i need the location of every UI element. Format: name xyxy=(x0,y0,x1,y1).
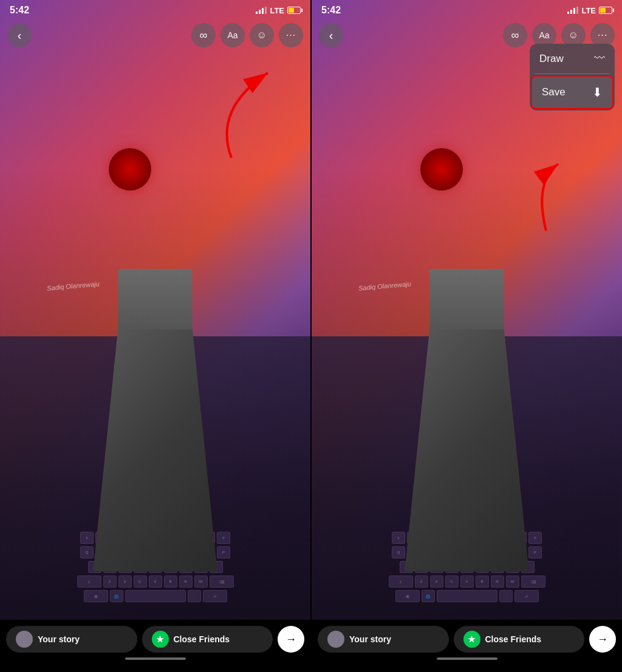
key: Z xyxy=(103,575,117,588)
draw-menu-item[interactable]: Draw 〰 xyxy=(530,44,615,73)
sticker-icon-right: ☺ xyxy=(569,30,578,41)
infinity-icon-left: ∞ xyxy=(200,29,208,42)
send-arrow-icon-left: → xyxy=(285,633,296,646)
key: ⇧ xyxy=(77,575,101,588)
key: X xyxy=(430,575,443,588)
left-screen: 1 2 3 4 5 6 7 8 9 0 Q W E R T Y xyxy=(0,0,310,672)
controls-bar-left: ‹ ∞ Aa ☺ ··· xyxy=(0,18,310,52)
close-friends-button-right[interactable]: ★ Close Friends xyxy=(454,626,585,653)
home-indicator-right xyxy=(437,657,497,660)
infinity-button-left[interactable]: ∞ xyxy=(191,23,216,47)
key: ⏎ xyxy=(514,590,539,602)
dropdown-divider xyxy=(535,73,610,74)
text-icon-left: Aa xyxy=(227,30,238,40)
key: . xyxy=(188,590,201,602)
sticker-icon-left: ☺ xyxy=(257,30,267,41)
lte-label-left: LTE xyxy=(270,6,284,15)
sticker-button-left[interactable]: ☺ xyxy=(250,23,274,47)
key: N xyxy=(179,575,193,588)
back-button-left[interactable]: ‹ xyxy=(7,23,32,47)
key: 0 xyxy=(217,532,230,544)
back-icon-left: ‹ xyxy=(18,29,22,42)
right-screen: 1 2 3 4 5 6 7 8 9 0 Q W E R T Y xyxy=(312,0,622,672)
rose-decoration-right xyxy=(420,148,463,191)
close-friends-label-left: Close Friends xyxy=(174,634,230,644)
key: P xyxy=(528,546,542,558)
key: ⌘ xyxy=(84,590,108,602)
status-bar-right: 5:42 LTE xyxy=(312,0,622,18)
signal-icon-left xyxy=(256,7,267,14)
draw-squiggle-icon: 〰 xyxy=(594,52,605,65)
key: B xyxy=(164,575,177,588)
phone-stand-left xyxy=(93,269,217,571)
close-friends-label-right: Close Friends xyxy=(485,634,542,644)
key: 🌐 xyxy=(422,590,435,602)
send-button-right[interactable]: → xyxy=(589,626,616,653)
key: ⏎ xyxy=(203,590,227,602)
star-icon-right: ★ xyxy=(463,631,480,648)
key: V xyxy=(460,575,474,588)
key: P xyxy=(217,546,230,558)
your-story-label-right: Your story xyxy=(349,634,391,644)
key: Q xyxy=(392,546,405,558)
key: Q xyxy=(80,546,94,558)
bottom-bar-right: Your story ★ Close Friends → xyxy=(312,620,622,672)
more-icon-right: ··· xyxy=(598,30,607,41)
avatar-left xyxy=(16,631,33,648)
more-icon-left: ··· xyxy=(286,30,296,41)
right-controls-left: ∞ Aa ☺ ··· xyxy=(191,23,303,47)
bottom-actions-left: Your story ★ Close Friends → xyxy=(6,626,304,653)
bottom-actions-right: Your story ★ Close Friends → xyxy=(318,626,616,653)
key: M xyxy=(506,575,519,588)
key: B xyxy=(476,575,489,588)
your-story-label-left: Your story xyxy=(38,634,80,644)
close-friends-button-left[interactable]: ★ Close Friends xyxy=(142,626,273,653)
key: N xyxy=(491,575,504,588)
key: 0 xyxy=(528,532,542,544)
text-button-left[interactable]: Aa xyxy=(220,23,245,47)
key: 🌐 xyxy=(110,590,123,602)
battery-icon-right xyxy=(599,7,612,14)
key: C xyxy=(134,575,147,588)
key: ⇧ xyxy=(389,575,413,588)
infinity-button-right[interactable]: ∞ xyxy=(503,23,527,47)
save-download-icon: ⬇ xyxy=(592,85,603,100)
spacebar-key xyxy=(437,590,497,602)
back-button-right[interactable]: ‹ xyxy=(319,23,343,47)
battery-icon-left xyxy=(287,7,301,14)
draw-label: Draw xyxy=(539,53,564,65)
status-right-left: LTE xyxy=(256,6,301,15)
send-button-left[interactable]: → xyxy=(278,626,304,653)
avatar-right xyxy=(327,631,344,648)
infinity-icon-right: ∞ xyxy=(511,29,519,42)
key: Z xyxy=(415,575,428,588)
send-arrow-icon-right: → xyxy=(597,633,608,646)
signal-icon-right xyxy=(567,7,578,14)
key: C xyxy=(445,575,459,588)
back-icon-right: ‹ xyxy=(329,29,333,42)
spacebar-key xyxy=(125,590,186,602)
key: ⌫ xyxy=(521,575,545,588)
time-left: 5:42 xyxy=(10,5,29,16)
key: ⌘ xyxy=(395,590,420,602)
rose-decoration-left xyxy=(109,148,151,191)
your-story-button-left[interactable]: Your story xyxy=(6,626,137,653)
key: 1 xyxy=(392,532,405,544)
time-right: 5:42 xyxy=(321,5,341,16)
bottom-bar-left: Your story ★ Close Friends → xyxy=(0,620,310,672)
status-right-right: LTE xyxy=(567,6,612,15)
more-button-left[interactable]: ··· xyxy=(279,23,303,47)
key: X xyxy=(118,575,132,588)
lte-label-right: LTE xyxy=(581,6,596,15)
key: 1 xyxy=(80,532,94,544)
key: . xyxy=(499,590,513,602)
save-menu-item[interactable]: Save ⬇ xyxy=(531,75,613,109)
save-label: Save xyxy=(542,86,566,98)
text-icon-right: Aa xyxy=(539,30,549,40)
key: ⌫ xyxy=(210,575,234,588)
key: M xyxy=(194,575,208,588)
your-story-button-right[interactable]: Your story xyxy=(318,626,449,653)
home-indicator-left xyxy=(125,657,186,660)
key: V xyxy=(149,575,162,588)
dropdown-menu-right: Draw 〰 Save ⬇ xyxy=(530,44,615,110)
